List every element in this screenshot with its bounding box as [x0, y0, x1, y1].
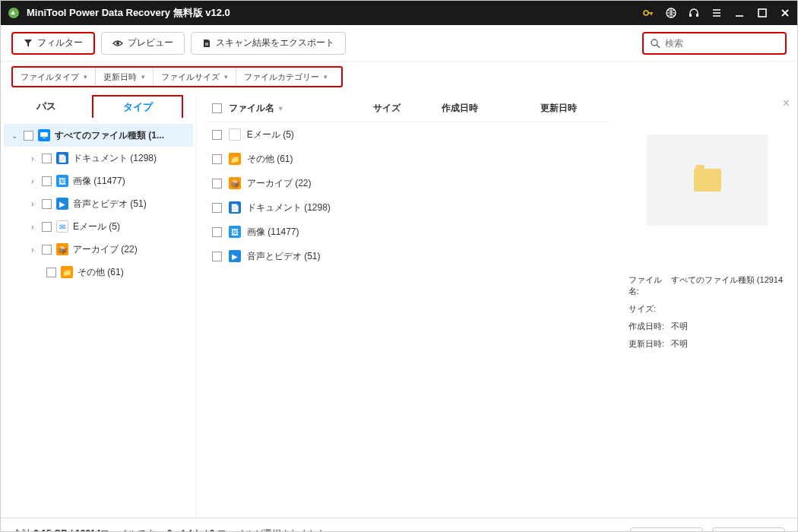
export-label: スキャン結果をエクスポート [216, 36, 334, 49]
list-item[interactable]: 📄ドキュメント (1298) [206, 195, 609, 220]
hdr-mdate[interactable]: 更新日時 [540, 102, 609, 115]
filter-label: フィルター [37, 36, 83, 49]
minimize-icon[interactable] [733, 7, 746, 19]
meta-fname-val: すべてのファイル種類 (12914 [671, 274, 783, 297]
headphones-icon[interactable] [688, 7, 700, 19]
chevron-down-icon: ▾ [324, 73, 328, 81]
save-button[interactable]: 保存 [712, 527, 785, 533]
checkbox[interactable] [212, 179, 222, 188]
tree-root[interactable]: ⌄ すべてのファイル種類 (1... [4, 124, 193, 147]
checkbox[interactable] [46, 268, 56, 277]
preview-label: プレビュー [128, 36, 173, 49]
other-icon: 📁 [229, 153, 241, 165]
tree-arc-label: アーカイブ (22) [73, 243, 138, 256]
checkbox[interactable] [212, 252, 222, 261]
left-pane: パス タイプ ⌄ すべてのファイル種類 (1... › 📄 ドキュメント (12… [1, 95, 197, 518]
svg-point-6 [116, 42, 119, 45]
folder-icon [694, 169, 721, 192]
document-icon: 📄 [229, 201, 241, 214]
sort-desc-icon: ▼ [277, 105, 284, 112]
checkbox[interactable] [212, 203, 222, 213]
tab-type[interactable]: タイプ [92, 95, 183, 118]
expand-icon[interactable]: › [28, 245, 37, 254]
key-icon[interactable] [642, 7, 654, 19]
checkbox-all[interactable] [212, 103, 222, 113]
svg-rect-8 [40, 132, 48, 137]
filter-button[interactable]: フィルター [11, 32, 95, 55]
tree-img-label: 画像 (11477) [73, 175, 125, 188]
monitor-icon [38, 129, 50, 141]
close-icon[interactable] [779, 7, 791, 19]
hdr-cdate[interactable]: 作成日時 [442, 102, 540, 115]
tree-oth[interactable]: 📁 その他 (61) [4, 261, 193, 283]
list-item[interactable]: 📁その他 (61) [206, 147, 609, 171]
titlebar: MiniTool Power Data Recovery 無料版 v12.0 [1, 1, 797, 25]
search-box[interactable] [642, 32, 787, 55]
chevron-down-icon: ▾ [84, 73, 87, 81]
center-pane: ファイル名 ▼ サイズ 作成日時 更新日時 ✉Eメール (5) 📁その他 (61… [197, 95, 618, 518]
file-list: ✉Eメール (5) 📁その他 (61) 📦アーカイブ (22) 📄ドキュメント … [206, 122, 609, 268]
expand-icon[interactable]: › [28, 154, 37, 163]
globe-icon[interactable] [665, 7, 677, 19]
search-input[interactable] [665, 38, 779, 49]
expand-icon[interactable]: › [28, 177, 37, 185]
mail-icon: ✉ [229, 128, 241, 141]
list-item[interactable]: ✉Eメール (5) [206, 122, 609, 147]
svg-rect-4 [696, 14, 698, 17]
checkbox[interactable] [42, 222, 52, 232]
checkbox[interactable] [42, 199, 52, 209]
hdr-size[interactable]: サイズ [373, 102, 442, 115]
expand-icon[interactable]: › [28, 223, 37, 231]
svg-point-1 [644, 11, 648, 15]
checkbox[interactable] [42, 154, 52, 163]
svg-rect-9 [43, 138, 46, 138]
eye-icon [112, 39, 123, 48]
tree-mail[interactable]: › ✉ Eメール (5) [4, 215, 193, 238]
list-item[interactable]: 🖼画像 (11477) [206, 220, 609, 244]
checkbox[interactable] [212, 130, 222, 140]
checkbox[interactable] [24, 131, 33, 141]
checkbox[interactable] [212, 154, 222, 164]
tree-img[interactable]: › 🖼 画像 (11477) [4, 169, 193, 192]
audio-video-icon: ▶ [229, 250, 241, 262]
checkbox[interactable] [42, 245, 52, 255]
preview-button[interactable]: プレビュー [101, 32, 185, 55]
tree-av[interactable]: › ▶ 音声とビデオ (51) [4, 192, 193, 215]
expand-icon[interactable]: › [28, 200, 37, 208]
export-button[interactable]: スキャン結果をエクスポート [191, 32, 346, 55]
archive-icon: 📦 [229, 177, 241, 189]
other-icon: 📁 [61, 266, 73, 278]
list-item[interactable]: 📦アーカイブ (22) [206, 171, 609, 195]
document-icon: 📄 [56, 152, 68, 164]
list-header: ファイル名 ▼ サイズ 作成日時 更新日時 [206, 95, 609, 122]
checkbox[interactable] [212, 227, 222, 237]
image-icon: 🖼 [56, 175, 68, 187]
filter-filetype[interactable]: ファイルタイプ▾ [13, 68, 96, 86]
tree-oth-label: その他 (61) [78, 266, 124, 279]
tree-root-label: すべてのファイル種類 (1... [55, 129, 164, 142]
filter-moddate[interactable]: 更新日時▾ [96, 68, 154, 86]
meta-size-label: サイズ: [629, 303, 671, 315]
list-item[interactable]: ▶音声とビデオ (51) [206, 244, 609, 268]
funnel-icon [24, 39, 33, 48]
filter-filesize[interactable]: ファイルサイズ▾ [154, 68, 236, 86]
footer: 合計 2.15 GB / 12914ファイルです。 0 バイト / 0 ファイル… [1, 518, 797, 532]
filter-category[interactable]: ファイルカテゴリー▾ [236, 68, 335, 86]
checkbox[interactable] [42, 176, 52, 186]
menu-icon[interactable] [711, 7, 723, 19]
home-button[interactable]: ホーム [630, 527, 703, 533]
svg-rect-3 [689, 14, 692, 17]
tab-path[interactable]: パス [1, 95, 92, 118]
preview-thumbnail [647, 135, 768, 226]
mail-icon: ✉ [56, 220, 68, 233]
collapse-icon[interactable]: ⌄ [10, 131, 19, 140]
maximize-icon[interactable] [756, 7, 768, 19]
tree-doc[interactable]: › 📄 ドキュメント (1298) [4, 147, 193, 169]
hdr-name[interactable]: ファイル名 ▼ [229, 102, 373, 115]
meta-mdate-val: 不明 [671, 338, 688, 350]
app-logo-icon [7, 6, 21, 20]
close-preview-icon[interactable]: × [783, 97, 790, 110]
meta-cdate-val: 不明 [671, 321, 688, 332]
svg-point-7 [651, 40, 657, 46]
tree-arc[interactable]: › 📦 アーカイブ (22) [4, 238, 193, 261]
